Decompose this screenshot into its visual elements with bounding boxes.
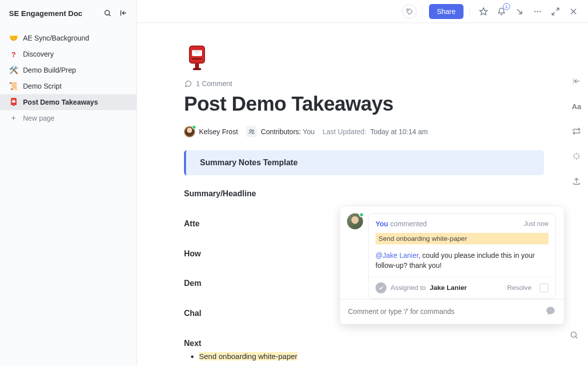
presence-dot: [359, 212, 364, 217]
sync-icon[interactable]: [568, 123, 584, 139]
svg-point-26: [571, 332, 576, 337]
sidebar-nav: 🤝 AE Sync/Background ? Discovery 🛠️ Demo…: [0, 24, 136, 126]
avatar: [347, 213, 363, 229]
comment-body: @Jake Lanier, could you please include t…: [376, 250, 548, 271]
svg-point-0: [105, 11, 110, 15]
sidebar-item-label: AE Sync/Background: [23, 34, 89, 42]
doc-meta: Kelsey Frost Contributors: You Last Upda…: [184, 126, 544, 137]
close-icon[interactable]: [566, 4, 581, 19]
divider: [422, 6, 423, 17]
comment-icon: [184, 80, 192, 88]
svg-line-10: [556, 8, 559, 11]
svg-rect-21: [192, 58, 202, 60]
svg-point-9: [540, 11, 541, 12]
svg-rect-23: [193, 68, 201, 70]
share-button[interactable]: Share: [429, 4, 464, 19]
owner-chip[interactable]: Kelsey Frost: [184, 126, 238, 137]
tag-button[interactable]: [402, 5, 416, 19]
doc-emoji-postbox[interactable]: [184, 43, 210, 71]
topbar: Share 1: [137, 0, 588, 23]
sidebar-item-ae-sync[interactable]: 🤝 AE Sync/Background: [0, 30, 136, 46]
assigned-name: Jake Lanier: [430, 284, 467, 291]
comment-count[interactable]: 1 Comment: [184, 80, 544, 88]
last-updated-label: Last Updated:: [322, 128, 366, 136]
contributors-chip[interactable]: Contributors: You: [246, 126, 314, 137]
svg-line-27: [576, 336, 577, 338]
svg-point-25: [252, 130, 254, 132]
assigned-label: Assigned to: [390, 284, 426, 291]
contributors-value: You: [303, 128, 315, 136]
comment-action: commented: [390, 220, 426, 228]
comment-timestamp: Just now: [524, 220, 548, 227]
comment-author: You: [376, 220, 388, 228]
resolve-button[interactable]: Resolve: [507, 284, 532, 291]
comment-count-text: 1 Comment: [196, 80, 232, 88]
sidebar-item-discovery[interactable]: ? Discovery: [0, 46, 136, 62]
notifications-icon[interactable]: 1: [494, 4, 509, 19]
notification-badge: 1: [503, 3, 510, 10]
list-item[interactable]: Send onboarding white-paper: [199, 351, 544, 362]
page-title[interactable]: Post Demo Takeaways: [184, 93, 544, 115]
svg-line-1: [109, 15, 110, 16]
resolve-checkbox[interactable]: [540, 283, 548, 292]
avatar: [184, 126, 195, 137]
comment-popover: Youcommented Just now Send onboarding wh…: [340, 206, 564, 324]
people-icon: [246, 126, 257, 137]
postbox-icon: 📮: [9, 98, 18, 107]
section-title[interactable]: Summary/Headline: [184, 189, 544, 198]
owner-name: Kelsey Frost: [199, 128, 238, 136]
last-updated: Last Updated: Today at 10:14 am: [322, 128, 428, 136]
comment-quote: Send onboarding white-paper: [376, 233, 548, 244]
svg-point-8: [537, 11, 538, 12]
svg-line-11: [552, 12, 554, 15]
send-icon[interactable]: [545, 305, 556, 318]
summary-banner[interactable]: Summary Notes Template: [184, 150, 544, 175]
sidebar-item-post-demo[interactable]: 📮 Post Demo Takeaways: [0, 94, 136, 110]
main: Share 1: [137, 0, 588, 366]
handshake-icon: 🤝: [9, 34, 18, 43]
sidebar-item-label: Demo Build/Prep: [23, 66, 76, 74]
sidebar: SE Engagement Doc 🤝 AE Sync/Background ?…: [0, 0, 137, 366]
search-icon[interactable]: [102, 7, 114, 19]
plus-icon: +: [9, 114, 18, 123]
divider: [470, 6, 470, 17]
scroll-icon: 📜: [9, 82, 18, 91]
search-in-doc-icon[interactable]: [566, 327, 582, 343]
expand-icon[interactable]: [548, 4, 563, 19]
svg-point-4: [408, 10, 408, 10]
typography-icon[interactable]: Aa: [568, 98, 584, 114]
sidebar-item-label: Demo Script: [23, 82, 62, 90]
sidebar-title: SE Engagement Doc: [9, 9, 98, 18]
new-page-button[interactable]: + New page: [0, 110, 136, 126]
collapse-icon[interactable]: [118, 7, 130, 19]
mention[interactable]: @Jake Lanier: [376, 251, 418, 259]
svg-point-24: [250, 130, 252, 132]
right-rail: Aa: [565, 23, 588, 366]
section-title[interactable]: Next: [184, 339, 544, 348]
tools-icon: 🛠️: [9, 66, 18, 75]
svg-marker-5: [480, 8, 488, 15]
sidebar-item-label: Discovery: [23, 50, 54, 58]
indent-icon[interactable]: [568, 73, 584, 89]
reply-input[interactable]: [348, 307, 540, 315]
comment-card: Youcommented Just now Send onboarding wh…: [368, 213, 556, 299]
svg-line-6: [518, 9, 522, 14]
sidebar-item-demo-build[interactable]: 🛠️ Demo Build/Prep: [0, 62, 136, 78]
download-icon[interactable]: [512, 4, 527, 19]
sidebar-item-demo-script[interactable]: 📜 Demo Script: [0, 78, 136, 94]
new-page-label: New page: [23, 114, 54, 122]
more-icon[interactable]: [530, 4, 545, 19]
svg-point-7: [534, 11, 536, 12]
upload-icon[interactable]: [568, 173, 584, 189]
last-updated-value: Today at 10:14 am: [370, 128, 428, 136]
question-icon: ?: [9, 50, 18, 59]
highlighted-text: Send onboarding white-paper: [199, 352, 298, 360]
contributors-label: Contributors:: [261, 128, 301, 136]
reply-row: [340, 299, 564, 324]
sparkle-icon[interactable]: [568, 148, 584, 164]
star-icon[interactable]: [476, 4, 491, 19]
sidebar-item-label: Post Demo Takeaways: [23, 98, 98, 106]
check-icon: [376, 282, 386, 293]
